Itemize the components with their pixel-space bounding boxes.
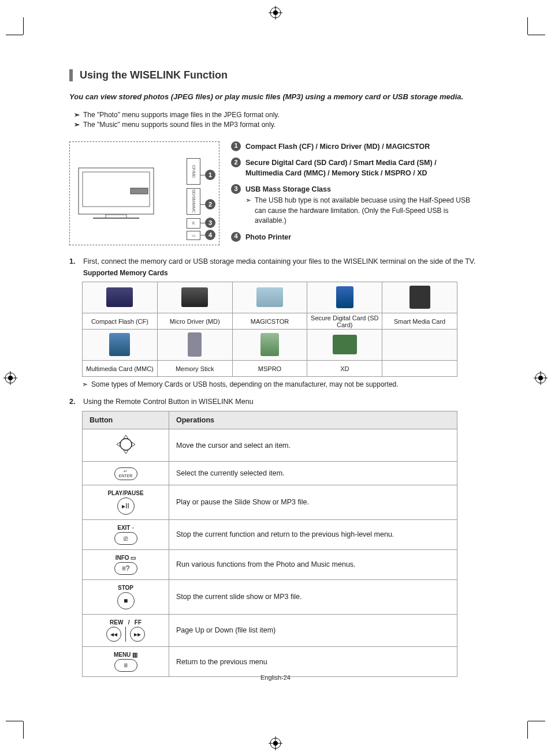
callout-2-icon: 2 xyxy=(231,158,241,167)
operations-header: Operations xyxy=(169,411,457,429)
exit-icon: ⎚ xyxy=(114,532,137,545)
card-caption: MSPRO xyxy=(232,361,307,377)
arrow-icon: ➣ xyxy=(82,380,88,388)
port-4-label: Photo Printer xyxy=(245,232,291,242)
button-label: MENU ▥ xyxy=(90,652,162,658)
info-icon: ≡? xyxy=(114,562,137,575)
op-text: Move the cursor and select an item. xyxy=(169,429,457,462)
card-caption: Compact Flash (CF) xyxy=(83,313,158,330)
intro-text: You can view stored photos (JPEG files) … xyxy=(69,92,476,103)
button-header: Button xyxy=(83,411,169,429)
magicstor-icon xyxy=(256,287,283,307)
step-1-number: 1. xyxy=(69,256,79,279)
button-label: STOP xyxy=(90,585,162,591)
rew-icon: ◂◂ xyxy=(106,627,121,642)
svg-point-21 xyxy=(120,439,132,450)
port-3-sub: The USB hub type is not available becuas… xyxy=(255,196,476,226)
page-title: Using the WISELINK Function xyxy=(69,69,476,81)
callout-1-icon: 1 xyxy=(231,141,241,151)
button-label: PLAY/PAUSE xyxy=(90,490,162,496)
step-2-number: 2. xyxy=(69,396,79,407)
enter-icon: ↵ENTER xyxy=(114,467,137,480)
op-text: Select the currently selected item. xyxy=(169,462,457,485)
port-descriptions: 1 Compact Flash (CF) / Micro Driver (MD)… xyxy=(231,141,476,248)
bullet-text: The "Photo" menu supports image files in… xyxy=(83,111,280,119)
card-caption: MAGICSTOR xyxy=(232,313,307,330)
step-2-text: Using the Remote Control Button in WISEL… xyxy=(83,398,254,406)
registration-mark-icon xyxy=(534,371,548,385)
operations-table: Button Operations Move the cursor and se… xyxy=(82,411,457,677)
card-caption: Multimedia Card (MMC) xyxy=(83,361,158,377)
callout-4-icon: 4 xyxy=(231,232,241,242)
arrow-icon: ➣ xyxy=(245,196,251,226)
stop-icon: ■ xyxy=(117,592,135,609)
dpad-icon xyxy=(116,434,136,455)
ff-icon: ▸▸ xyxy=(130,627,145,642)
microdrive-icon xyxy=(181,287,208,307)
bullet-text: The "Music" menu supports sound files in… xyxy=(83,121,276,129)
supported-cards-heading: Supported Memory Cards xyxy=(83,268,476,278)
op-text: Page Up or Down (file list item) xyxy=(169,614,457,647)
card-caption: Smart Media Card xyxy=(382,313,457,330)
registration-mark-icon xyxy=(269,6,282,20)
op-text: Stop the current function and return to … xyxy=(169,519,457,549)
card-caption: Micro Driver (MD) xyxy=(157,313,232,330)
compact-flash-icon xyxy=(106,287,133,307)
button-label: INFO ▭ xyxy=(90,555,162,561)
card-caption: Memory Stick xyxy=(157,361,232,377)
card-caption xyxy=(382,361,457,377)
registration-mark-icon xyxy=(269,736,282,750)
memory-stick-icon xyxy=(188,332,202,357)
memory-cards-table: Compact Flash (CF) Micro Driver (MD) MAG… xyxy=(82,282,457,377)
mmc-icon xyxy=(109,333,130,356)
port-1-label: Compact Flash (CF) / Micro Driver (MD) /… xyxy=(245,141,430,152)
cards-note: Some types of Memory Cards or USB hosts,… xyxy=(91,380,399,388)
play-pause-icon: ▸II xyxy=(117,497,135,515)
bullet-item: ➣ The "Music" menu supports sound files … xyxy=(74,121,476,129)
arrow-icon: ➣ xyxy=(74,111,80,119)
callout-3-icon: 3 xyxy=(231,184,241,194)
tv-diagram: CF/MD SD/SM/MMC ⎘ ▭ 1 2 3 4 xyxy=(69,141,219,245)
op-text: Stop the current slide show or MP3 file. xyxy=(169,579,457,614)
menu-icon: ≡ xyxy=(114,659,137,672)
xd-icon xyxy=(333,335,357,354)
port-3-label: USB Mass Storage Class xyxy=(245,184,331,194)
smart-media-icon xyxy=(409,286,430,309)
button-label: REW / FF xyxy=(90,619,162,626)
page-footer: English-24 xyxy=(0,674,551,681)
card-caption: XD xyxy=(307,361,382,377)
card-caption: Secure Digital Card (SD Card) xyxy=(307,313,382,330)
port-2-label: Secure Digital Card (SD Card) / Smart Me… xyxy=(245,158,476,178)
arrow-icon: ➣ xyxy=(74,121,80,129)
sd-card-icon xyxy=(336,286,353,308)
button-label: EXIT ▫ xyxy=(90,525,162,531)
op-text: Play or pause the Slide Show or MP3 file… xyxy=(169,485,457,519)
registration-mark-icon xyxy=(3,371,17,385)
bullet-item: ➣ The "Photo" menu supports image files … xyxy=(74,111,476,119)
mspro-icon xyxy=(260,333,279,356)
op-text: Return to the previous menu xyxy=(169,647,457,677)
op-text: Run various functions from the Photo and… xyxy=(169,549,457,579)
step-1-text: First, connect the memory card or USB st… xyxy=(83,257,476,265)
svg-rect-20 xyxy=(131,188,148,194)
